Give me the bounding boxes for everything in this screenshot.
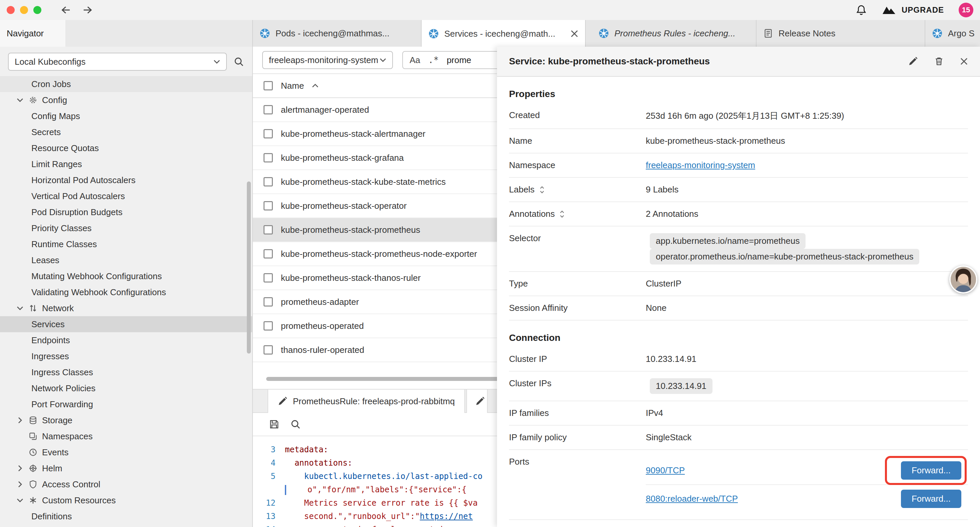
chevron-right-icon[interactable] [16, 417, 24, 424]
name-column-header[interactable]: Name [281, 81, 304, 91]
sidebar-item-helm[interactable]: Helm [0, 460, 252, 476]
pencil-icon[interactable] [908, 56, 918, 66]
search-icon[interactable] [234, 56, 244, 67]
zoom-window-button[interactable] [33, 6, 41, 14]
forward-icon[interactable] [82, 5, 94, 15]
chevron-down-icon[interactable] [16, 98, 24, 102]
row-checkbox[interactable] [264, 201, 273, 210]
sidebar-item-access-control[interactable]: Access Control [0, 476, 252, 492]
sidebar-item-storage[interactable]: Storage [0, 412, 252, 428]
sidebar-item-endpoints[interactable]: Endpoints [0, 332, 252, 348]
sidebar-item-limit-ranges[interactable]: Limit Ranges [0, 156, 252, 172]
chevron-down-icon[interactable] [16, 498, 24, 502]
kubernetes-icon [598, 28, 609, 39]
sidebar-item-ingress-classes[interactable]: Ingress Classes [0, 364, 252, 380]
sidebar-scrollbar[interactable] [247, 182, 251, 353]
port-row: 8080:reloader-web/TCPForward... [646, 484, 968, 513]
sort-asc-icon[interactable] [312, 84, 318, 88]
port-link[interactable]: 9090/TCP [646, 465, 685, 476]
close-icon[interactable] [960, 57, 968, 65]
tab-argo-server[interactable]: Argo S [925, 20, 980, 47]
tab-release-notes[interactable]: Release Notes [757, 20, 925, 47]
sidebar-item-priority-classes[interactable]: Priority Classes [0, 220, 252, 236]
line-number: 14 [253, 523, 285, 527]
row-checkbox[interactable] [264, 105, 273, 115]
chevron-right-icon[interactable] [16, 465, 24, 471]
sidebar-item-vertical-pod-autoscalers[interactable]: Vertical Pod Autoscalers [0, 188, 252, 204]
sidebar-item-network[interactable]: Network [0, 300, 252, 316]
namespace-select[interactable]: freeleaps-monitoring-system [262, 51, 393, 69]
sidebar-item-port-forwarding[interactable]: Port Forwarding [0, 396, 252, 412]
trash-icon[interactable] [934, 56, 944, 66]
sidebar-item-events[interactable]: Events [0, 444, 252, 460]
tab-services[interactable]: Services - icecheng@math... [422, 20, 586, 47]
row-checkbox[interactable] [264, 153, 273, 162]
kubeconfig-select-value: Local Kubeconfigs [15, 57, 85, 67]
line-number: 5 [253, 470, 285, 483]
forward-button[interactable]: Forward... [901, 461, 961, 480]
sidebar-item-network-policies[interactable]: Network Policies [0, 380, 252, 396]
namespace-link[interactable]: freeleaps-monitoring-system [646, 160, 755, 170]
sidebar-item-cron-jobs[interactable]: Cron Jobs [0, 76, 252, 92]
sidebar-item-validating-webhook-configurations[interactable]: Validating Webhook Configurations [0, 284, 252, 300]
property-value: IPv4 [646, 408, 663, 418]
row-checkbox[interactable] [264, 345, 273, 355]
section-title: Properties [509, 89, 968, 99]
close-window-button[interactable] [7, 6, 15, 14]
row-checkbox[interactable] [264, 225, 273, 234]
sidebar-item-label: Network Policies [31, 383, 95, 393]
dock-tab-prometheusrule-freeleaps-prod-rabbitmq[interactable]: PrometheusRule: freeleaps-prod-rabbitmq [267, 390, 465, 413]
namespaces-icon [28, 431, 38, 441]
minimize-window-button[interactable] [20, 6, 28, 14]
sidebar-item-namespaces[interactable]: Namespaces [0, 428, 252, 444]
sidebar-item-config-maps[interactable]: Config Maps [0, 108, 252, 124]
sidebar-item-secrets[interactable]: Secrets [0, 124, 252, 140]
sidebar-item-mutating-webhook-configurations[interactable]: Mutating Webhook Configurations [0, 268, 252, 284]
regex-toggle[interactable]: .* [428, 55, 439, 65]
close-icon[interactable] [570, 30, 578, 38]
upgrade-button[interactable]: UPGRADE [881, 5, 944, 15]
row-checkbox[interactable] [264, 129, 273, 139]
sidebar-item-ingresses[interactable]: Ingresses [0, 348, 252, 364]
forward-button[interactable]: Forward... [901, 490, 961, 508]
sidebar-item-pod-disruption-budgets[interactable]: Pod Disruption Budgets [0, 204, 252, 220]
sidebar-item-leases[interactable]: Leases [0, 252, 252, 268]
row-checkbox[interactable] [264, 249, 273, 258]
row-checkbox[interactable] [264, 321, 273, 331]
avatar[interactable] [949, 266, 977, 293]
sidebar-item-horizontal-pod-autoscalers[interactable]: Horizontal Pod Autoscalers [0, 172, 252, 188]
property-row-annotations: Annotations2 Annotations [509, 202, 968, 226]
chevron-down-icon[interactable] [16, 306, 24, 310]
chevron-right-icon[interactable] [16, 481, 24, 488]
row-checkbox[interactable] [264, 273, 273, 282]
sidebar-item-config[interactable]: Config [0, 92, 252, 108]
row-checkbox[interactable] [264, 177, 273, 186]
back-icon[interactable] [60, 5, 72, 15]
tab-pods[interactable]: Pods - icecheng@mathmas... [253, 20, 422, 47]
sidebar-item-runtime-classes[interactable]: Runtime Classes [0, 236, 252, 252]
kubeconfig-select[interactable]: Local Kubeconfigs [8, 53, 227, 71]
sorter-icon[interactable] [539, 185, 545, 194]
tab-prometheus-rules[interactable]: Prometheus Rules - icecheng... [592, 20, 757, 47]
select-all-checkbox[interactable] [264, 81, 273, 91]
property-row-namespace: Namespacefreeleaps-monitoring-system [509, 153, 968, 178]
row-checkbox[interactable] [264, 297, 273, 307]
bell-icon[interactable] [856, 4, 867, 16]
match-case-toggle[interactable]: Aa [410, 55, 420, 65]
sidebar-item-label: Mutating Webhook Configurations [31, 271, 162, 282]
gear-icon [28, 96, 38, 105]
sorter-icon[interactable] [559, 210, 565, 218]
chevron-down-icon [213, 60, 220, 64]
sidebar-item-custom-resources[interactable]: Custom Resources [0, 492, 252, 508]
search-icon[interactable] [290, 419, 301, 430]
sidebar-item-definitions[interactable]: Definitions [0, 508, 252, 524]
port-link[interactable]: 8080:reloader-web/TCP [646, 494, 738, 504]
notification-badge[interactable]: 15 [959, 3, 973, 18]
sidebar-item-label: Pod Disruption Budgets [31, 207, 123, 218]
sidebar-item-services[interactable]: Services [0, 316, 252, 332]
dock-tab-partial[interactable] [466, 390, 488, 413]
sidebar-item-resource-quotas[interactable]: Resource Quotas [0, 140, 252, 156]
save-icon[interactable] [269, 419, 280, 430]
navigator-panel-tab[interactable]: Navigator [0, 20, 65, 47]
sidebar-item-label: Secrets [31, 127, 61, 137]
